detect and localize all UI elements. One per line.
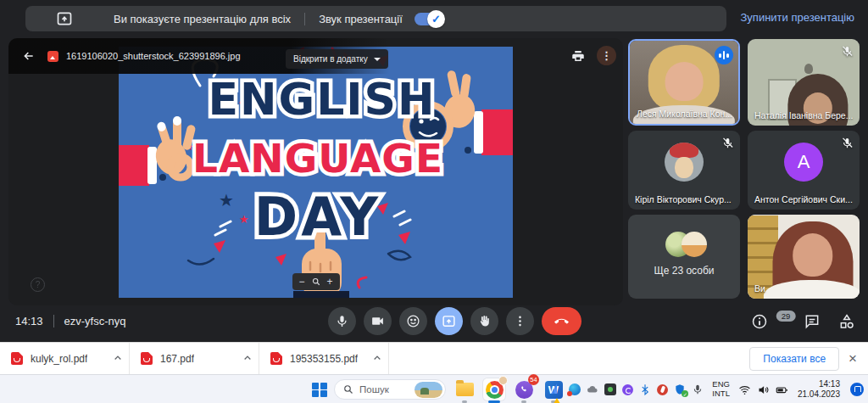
meeting-panels: 29 bbox=[751, 313, 855, 330]
notification-center-icon[interactable] bbox=[850, 383, 864, 396]
presentation-viewer: ★ ★ ★ ★ bbox=[8, 38, 623, 305]
onedrive-icon[interactable] bbox=[587, 383, 598, 395]
self-view-tile[interactable]: Ви bbox=[748, 215, 860, 299]
search-icon bbox=[343, 384, 353, 395]
avatar bbox=[665, 143, 704, 182]
back-arrow-icon[interactable] bbox=[22, 49, 36, 63]
more-options-icon[interactable]: ⋮ bbox=[597, 46, 616, 65]
more-participants-tile[interactable]: Ще 23 особи bbox=[628, 215, 740, 299]
bluetooth-icon[interactable] bbox=[639, 383, 651, 395]
participant-tile[interactable]: Наталія Іванівна Бере... bbox=[748, 39, 860, 126]
presentation-sound-toggle[interactable]: ✓ bbox=[415, 13, 443, 25]
camera-button[interactable] bbox=[364, 307, 392, 335]
viber-badge: 54 bbox=[528, 374, 539, 385]
participant-tile[interactable]: Леся Миколаївна Кон... bbox=[628, 39, 740, 126]
mic-button[interactable] bbox=[328, 307, 356, 335]
viewer-actions: ⋮ bbox=[570, 46, 616, 65]
participants-count-badge: 29 bbox=[776, 311, 796, 322]
help-icon[interactable] bbox=[31, 277, 45, 292]
wifi-icon[interactable] bbox=[738, 383, 751, 396]
end-call-button[interactable] bbox=[542, 307, 581, 335]
english-language-day-poster: ★ ★ ★ ★ bbox=[119, 47, 513, 298]
chevron-up-icon[interactable] bbox=[373, 355, 381, 363]
speaker-icon[interactable] bbox=[757, 383, 770, 396]
more-participants-label: Ще 23 особи bbox=[628, 265, 740, 277]
downloads-shelf: kulyk_rol.pdf 167.pdf 195353155.pdf Пока… bbox=[0, 342, 868, 374]
start-button[interactable] bbox=[312, 383, 326, 397]
google-drive-icon[interactable] bbox=[551, 383, 563, 395]
viber-app[interactable]: 54 bbox=[513, 378, 535, 400]
presentation-sound-label: Звук презентації bbox=[319, 13, 403, 25]
present-button[interactable] bbox=[435, 307, 463, 335]
avatar: A bbox=[784, 143, 823, 182]
image-file-icon bbox=[47, 51, 58, 62]
language-switcher[interactable]: ENG INTL bbox=[712, 380, 730, 399]
system-tray: ✓ ENG INTL 14:13 21.04.2023 bbox=[551, 375, 864, 403]
zoom-in-button[interactable]: + bbox=[327, 276, 333, 288]
participant-name: Наталія Іванівна Бере... bbox=[754, 110, 853, 120]
search-label: Пошук bbox=[359, 384, 409, 395]
raise-hand-button[interactable] bbox=[470, 307, 498, 335]
antivirus-tray-icon[interactable] bbox=[657, 384, 668, 395]
windows-taskbar: Пошук 54 W bbox=[0, 374, 868, 403]
presenting-label: Ви показуєте презентацію для всіх bbox=[114, 13, 291, 25]
self-label: Ви bbox=[754, 283, 765, 294]
pdf-file-icon bbox=[11, 352, 23, 365]
taskbar-clock[interactable]: 14:13 21.04.2023 bbox=[798, 379, 840, 400]
image-zoom-toolbar: − + bbox=[292, 273, 339, 290]
file-explorer-app[interactable] bbox=[453, 378, 476, 400]
download-item[interactable]: 167.pdf bbox=[130, 343, 259, 374]
present-to-all-icon bbox=[56, 10, 73, 27]
participant-tile[interactable]: Кіріл Вікторович Скур... bbox=[628, 131, 740, 210]
meeting-time: 14:13 bbox=[15, 315, 43, 327]
participant-name: Антон Сергійович Ски... bbox=[754, 194, 853, 204]
meeting-info: 14:13 ezv-yfsc-nyq bbox=[15, 315, 126, 327]
reactions-button[interactable] bbox=[399, 307, 427, 335]
taskbar-date: 21.04.2023 bbox=[798, 389, 840, 400]
mic-off-icon bbox=[721, 137, 734, 149]
speaking-indicator-icon bbox=[715, 46, 733, 64]
taskbar-center: Пошук 54 W bbox=[312, 375, 565, 403]
stop-presentation-button[interactable]: Зупинити презентацію bbox=[741, 11, 854, 24]
google-meet-screen: Ви показуєте презентацію для всіх Звук п… bbox=[0, 0, 868, 403]
call-controls bbox=[328, 307, 581, 335]
edge-icon[interactable] bbox=[569, 383, 581, 395]
lang-line2: INTL bbox=[712, 389, 730, 399]
info-icon[interactable] bbox=[751, 313, 768, 330]
battery-icon[interactable] bbox=[776, 383, 788, 396]
banner-divider bbox=[304, 13, 305, 25]
taskbar-time: 14:13 bbox=[798, 379, 840, 390]
zoom-out-button[interactable]: − bbox=[298, 276, 304, 288]
presenting-banner: Ви показуєте презентацію для всіх Звук п… bbox=[25, 6, 726, 31]
chrome-profile-avatar bbox=[498, 376, 508, 385]
chevron-up-icon[interactable] bbox=[114, 355, 122, 363]
svg-text:★: ★ bbox=[239, 213, 249, 226]
mic-tray-icon[interactable] bbox=[692, 383, 704, 395]
chat-icon[interactable] bbox=[804, 313, 821, 330]
open-in-app-button[interactable]: Відкрити в додатку bbox=[286, 49, 388, 69]
activities-icon[interactable] bbox=[838, 313, 855, 330]
chevron-up-icon[interactable] bbox=[243, 355, 252, 363]
taskbar-search[interactable]: Пошук bbox=[334, 379, 446, 400]
participant-tile[interactable]: A Антон Сергійович Ски... bbox=[748, 131, 860, 210]
toggle-check-icon: ✓ bbox=[427, 10, 445, 28]
caret-down-icon bbox=[374, 58, 381, 61]
magnifier-icon[interactable] bbox=[312, 277, 320, 286]
chrome-app[interactable] bbox=[483, 378, 505, 400]
show-all-downloads-button[interactable]: Показати все bbox=[749, 347, 839, 371]
app-tray-icon[interactable] bbox=[604, 383, 616, 395]
poster-line3: DAY bbox=[254, 186, 381, 248]
close-shelf-icon[interactable]: × bbox=[839, 350, 868, 367]
download-item[interactable]: 195353155.pdf bbox=[259, 343, 389, 374]
download-item[interactable]: kulyk_rol.pdf bbox=[0, 343, 130, 374]
print-icon[interactable] bbox=[570, 48, 586, 64]
info-divider bbox=[53, 315, 54, 327]
participant-name: Кіріл Вікторович Скур... bbox=[635, 194, 732, 204]
more-options-button[interactable] bbox=[506, 307, 534, 335]
meeting-code: ezv-yfsc-nyq bbox=[64, 315, 126, 327]
download-filename: kulyk_rol.pdf bbox=[31, 353, 87, 365]
folder-icon bbox=[456, 383, 474, 396]
security-shield-icon[interactable]: ✓ bbox=[674, 383, 686, 395]
viber-tray-icon[interactable] bbox=[622, 384, 633, 395]
star-decor: ★ bbox=[219, 190, 234, 210]
